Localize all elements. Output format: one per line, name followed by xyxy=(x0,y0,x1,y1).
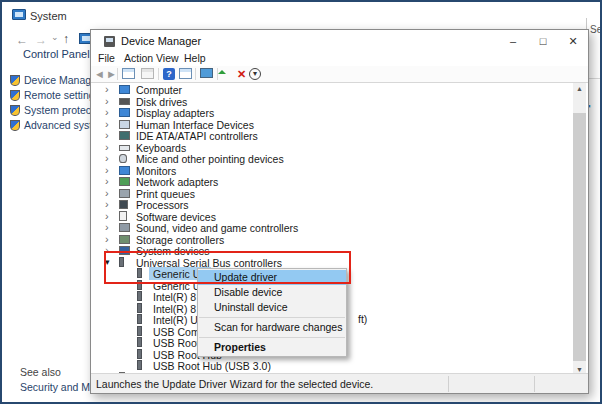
tree-item-storage-controllers[interactable]: ›Storage controllers xyxy=(92,234,572,246)
forward-icon[interactable]: ► xyxy=(106,68,117,81)
tree-item-computer[interactable]: ›Computer xyxy=(92,84,572,96)
clipped-label-fragment: ft) xyxy=(358,313,367,325)
uac-shield-icon xyxy=(10,75,20,86)
uac-shield-icon xyxy=(10,120,20,131)
tree-item-software-devices[interactable]: ›Software devices xyxy=(92,211,572,223)
monitor-icon xyxy=(119,166,130,175)
tree-item-print-queues[interactable]: ›Print queues xyxy=(92,188,572,200)
see-also-heading: See also xyxy=(20,366,61,378)
tree-item-sound-controllers[interactable]: ›Sound, video and game controllers xyxy=(92,222,572,234)
vertical-scrollbar[interactable]: ▲ ▼ xyxy=(573,83,586,375)
tree-item-ide-controllers[interactable]: ›IDE ATA/ATAPI controllers xyxy=(92,130,572,142)
keyboard-icon xyxy=(119,145,130,151)
tree-item-keyboards[interactable]: ›Keyboards xyxy=(92,142,572,154)
chevron-right-icon[interactable]: › xyxy=(105,96,109,107)
tree-item-network-adapters[interactable]: ›Network adapters xyxy=(92,176,572,188)
status-separator xyxy=(534,376,535,392)
tree-item-display-adapters[interactable]: ›Display adapters xyxy=(92,107,572,119)
tree-item-label[interactable]: Computer xyxy=(136,84,182,96)
menu-item-scan-hardware-changes[interactable]: Scan for hardware changes xyxy=(198,320,346,335)
search-box-fragment[interactable]: Sea xyxy=(590,24,602,35)
properties-icon[interactable] xyxy=(141,68,154,79)
tree-item-label[interactable]: Keyboards xyxy=(136,142,186,154)
device-manager-titlebar[interactable]: Device Manager – □ ✕ xyxy=(91,30,588,52)
chevron-right-icon[interactable]: › xyxy=(105,84,109,95)
chevron-right-icon[interactable]: › xyxy=(105,165,109,176)
chevron-right-icon[interactable]: › xyxy=(105,107,109,118)
scan-hardware-changes-icon[interactable]: ▾ xyxy=(249,68,261,80)
chevron-right-icon[interactable]: › xyxy=(105,142,109,153)
back-nav-icon[interactable]: ← xyxy=(16,33,28,47)
action-pane-icon[interactable] xyxy=(179,68,192,79)
uninstall-icon[interactable]: ✕ xyxy=(237,68,246,81)
usb-plug-icon xyxy=(137,337,142,347)
back-icon[interactable]: ◄ xyxy=(94,68,105,81)
tree-item-label[interactable]: Display adapters xyxy=(136,107,214,119)
tree-item-label[interactable]: Disk drives xyxy=(136,96,187,108)
tree-item-label[interactable]: Software devices xyxy=(136,211,216,223)
tree-item-disk-drives[interactable]: ›Disk drives xyxy=(92,96,572,108)
tree-item-label[interactable]: Processors xyxy=(136,199,189,211)
chevron-right-icon[interactable]: › xyxy=(105,211,109,222)
close-button[interactable]: ✕ xyxy=(558,30,588,52)
sidebar-item-remote-settings[interactable]: Remote settings xyxy=(24,89,100,101)
menu-item-disable-device[interactable]: Disable device xyxy=(198,285,346,300)
tree-item-label[interactable]: Mice and other pointing devices xyxy=(136,153,284,165)
disk-icon xyxy=(119,98,130,105)
tree-item-label[interactable]: Storage controllers xyxy=(136,234,224,246)
usb-plug-icon xyxy=(137,314,142,324)
chevron-right-icon[interactable]: › xyxy=(105,199,109,210)
maximize-button[interactable]: □ xyxy=(528,30,558,52)
tree-item-label[interactable]: Sound, video and game controllers xyxy=(136,222,298,234)
chevron-right-icon[interactable]: › xyxy=(105,119,109,130)
tree-item-usb-root-hub-30[interactable]: USB Root Hub (USB 3.0) xyxy=(92,360,572,372)
chevron-right-icon[interactable]: › xyxy=(105,130,109,141)
hid-icon xyxy=(119,120,130,129)
tree-item-label[interactable]: Print queues xyxy=(136,188,195,200)
menu-help[interactable]: Help xyxy=(184,52,206,64)
chevron-right-icon[interactable]: › xyxy=(105,176,109,187)
chevron-right-icon[interactable]: › xyxy=(105,234,109,245)
network-icon xyxy=(119,177,130,186)
devices-icon[interactable] xyxy=(200,68,213,78)
device-manager-app-icon xyxy=(104,36,115,47)
sidebar-item-device-manager[interactable]: Device Manager xyxy=(24,74,100,86)
scroll-up-icon[interactable]: ▲ xyxy=(573,83,586,94)
tree-item-label[interactable]: IDE ATA/ATAPI controllers xyxy=(136,130,258,142)
menu-item-properties[interactable]: Properties xyxy=(198,340,346,355)
scrollbar-thumb[interactable] xyxy=(573,113,586,361)
chevron-right-icon[interactable]: › xyxy=(105,188,109,199)
menu-separator xyxy=(199,317,345,318)
chevron-right-icon[interactable]: › xyxy=(105,222,109,233)
tree-item-processors[interactable]: ›Processors xyxy=(92,199,572,211)
toolbar: ◄ ► ? ✕ ▾ xyxy=(91,66,588,83)
tree-item-mice[interactable]: ›Mice and other pointing devices xyxy=(92,153,572,165)
status-text: Launches the Update Driver Wizard for th… xyxy=(96,378,373,390)
toolbar-separator xyxy=(117,68,118,80)
help-icon[interactable]: ? xyxy=(163,68,175,80)
tree-item-monitors[interactable]: ›Monitors xyxy=(92,165,572,177)
usb-plug-icon xyxy=(137,291,142,301)
usb-plug-icon xyxy=(137,349,142,359)
menu-item-uninstall-device[interactable]: Uninstall device xyxy=(198,300,346,315)
usb-plug-icon xyxy=(137,326,142,336)
forward-nav-icon[interactable]: → xyxy=(35,33,47,47)
tree-item-human-interface-devices[interactable]: ›Human Interface Devices xyxy=(92,119,572,131)
storage-icon xyxy=(119,235,130,244)
menu-separator xyxy=(199,337,345,338)
tree-item-label[interactable]: Monitors xyxy=(136,165,176,177)
tree-item-label[interactable]: Human Interface Devices xyxy=(136,119,254,131)
nav-dropdown-icon[interactable]: ⌄ xyxy=(51,32,59,42)
minimize-button[interactable]: – xyxy=(498,30,528,52)
menu-file[interactable]: File xyxy=(98,52,115,64)
tree-item-label[interactable]: Network adapters xyxy=(136,176,218,188)
display-adapter-icon xyxy=(119,108,130,117)
tree-item-label[interactable]: USB Root Hub (USB 3.0) xyxy=(153,360,271,372)
menu-action[interactable]: Action xyxy=(124,52,153,64)
menu-bar: File Action View Help xyxy=(91,52,588,66)
system-window-title: System xyxy=(30,10,67,22)
up-nav-icon[interactable]: ↑ xyxy=(63,32,69,46)
show-console-tree-icon[interactable] xyxy=(122,68,135,79)
menu-view[interactable]: View xyxy=(156,52,179,64)
chevron-right-icon[interactable]: › xyxy=(105,153,109,164)
